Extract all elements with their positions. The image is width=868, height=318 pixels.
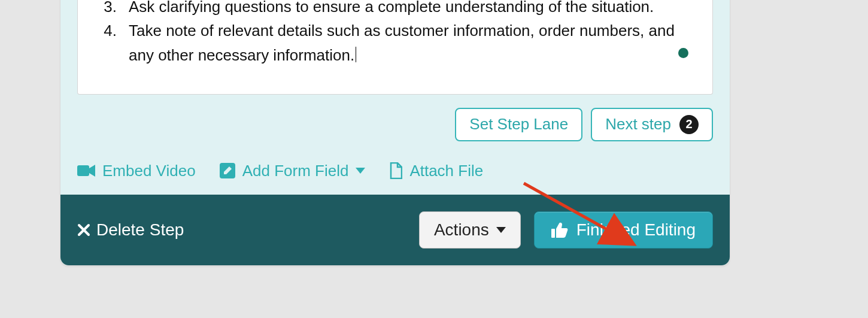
chevron-down-icon (356, 168, 365, 174)
presence-indicator-icon (678, 48, 688, 58)
thumbs-up-icon (551, 222, 568, 238)
count-badge: 2 (679, 115, 699, 134)
button-label: Actions (434, 220, 489, 240)
list-number: 4. (96, 19, 117, 67)
svg-rect-4 (551, 229, 555, 238)
editor-footer: Delete Step Actions Finished Editing (60, 195, 730, 265)
file-icon (389, 162, 402, 179)
finished-editing-button[interactable]: Finished Editing (534, 211, 713, 249)
link-label: Embed Video (102, 162, 196, 180)
list-number: 3. (96, 0, 117, 19)
list-item: 4. Take note of relevant details such as… (96, 19, 694, 67)
step-editor-panel: 3. Ask clarifying questions to ensure a … (60, 0, 730, 266)
attach-file-link[interactable]: Attach File (389, 162, 483, 180)
list-text: Ask clarifying questions to ensure a com… (129, 0, 694, 19)
attachments-row: Embed Video Add Form Field Attach File (77, 162, 713, 180)
list-text: Take note of relevant details such as cu… (129, 19, 694, 67)
chevron-down-icon (496, 227, 506, 233)
svg-rect-0 (77, 165, 89, 176)
next-step-button[interactable]: Next step 2 (591, 108, 713, 141)
pencil-square-icon (220, 163, 235, 178)
embed-video-link[interactable]: Embed Video (77, 162, 196, 180)
link-label: Add Form Field (242, 162, 349, 180)
set-step-lane-button[interactable]: Set Step Lane (455, 108, 582, 141)
list-item: 3. Ask clarifying questions to ensure a … (96, 0, 694, 19)
actions-dropdown-button[interactable]: Actions (419, 211, 521, 249)
button-label: Delete Step (96, 220, 184, 240)
delete-step-button[interactable]: Delete Step (77, 220, 184, 240)
video-camera-icon (77, 164, 95, 177)
button-label: Finished Editing (576, 220, 696, 240)
text-cursor (356, 47, 356, 62)
add-form-field-link[interactable]: Add Form Field (220, 162, 366, 180)
button-label: Next step (605, 115, 671, 134)
link-label: Attach File (409, 162, 483, 180)
close-icon (77, 223, 90, 237)
button-label: Set Step Lane (469, 115, 568, 134)
step-content-editor[interactable]: 3. Ask clarifying questions to ensure a … (77, 0, 713, 95)
lane-controls: Set Step Lane Next step 2 (77, 108, 713, 141)
